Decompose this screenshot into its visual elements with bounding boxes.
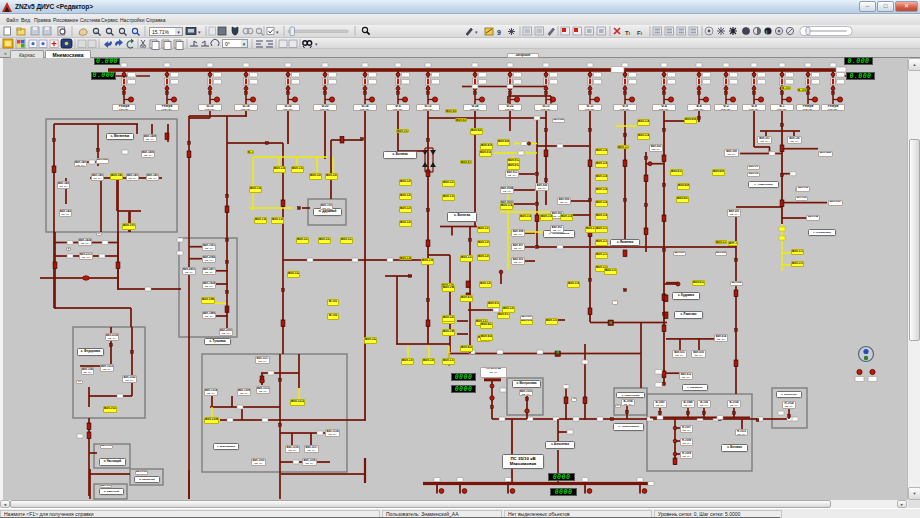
svg-text:▾: ▾ [315, 41, 318, 47]
svg-text:TI: TI [625, 30, 630, 36]
svg-text:i: i [766, 29, 767, 35]
svg-text:▾: ▾ [198, 29, 201, 35]
svg-text:9: 9 [497, 29, 501, 36]
svg-text:▾: ▾ [276, 29, 279, 35]
svg-text:▾: ▾ [475, 29, 478, 35]
svg-text:FI: FI [637, 30, 642, 36]
